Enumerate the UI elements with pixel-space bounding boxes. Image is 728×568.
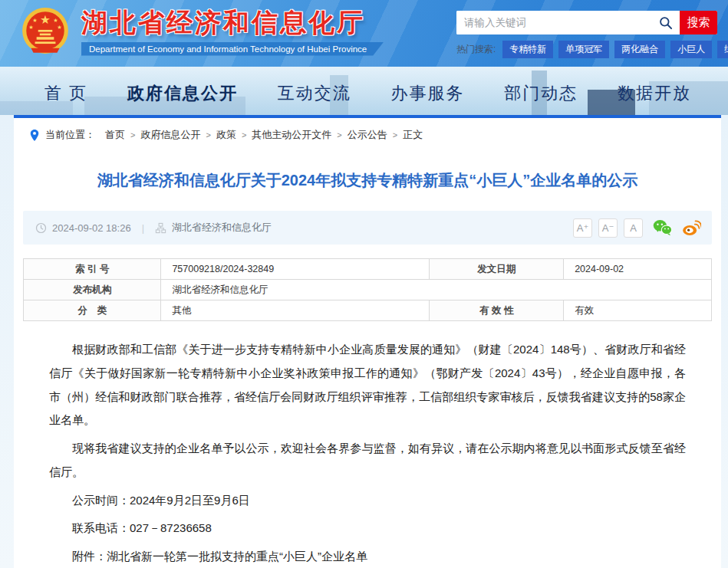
font-size-increase-button[interactable]: A⁺ <box>573 218 592 238</box>
page-background: 当前位置： 首页 > 政府信息公开 > 政策 > 其他主动公开文件 > 公示公告… <box>0 115 728 568</box>
article-meta-bar: 2024-09-02 18:26 | 湖北省经济和信息化厅 A⁺ A⁻ A <box>23 211 712 245</box>
meta-divider: | <box>142 222 144 234</box>
info-label-category: 分 类 <box>24 300 161 321</box>
table-row: 索 引 号 757009218/2024-32849 发文日期 2024-09-… <box>24 259 712 280</box>
search-button[interactable]: 搜索 <box>680 11 717 34</box>
site-title: 湖北省经济和信息化厅 <box>81 6 384 39</box>
breadcrumb-separator: > <box>393 130 397 140</box>
hot-search-label: 热门搜索: <box>456 43 496 56</box>
paragraph: 联系电话：027－87236658 <box>49 517 686 540</box>
info-label-issue-date: 发文日期 <box>430 259 564 280</box>
paragraph: 公示时间：2024年9月2日至9月6日 <box>49 489 686 513</box>
breadcrumb-policy[interactable]: 政策 <box>216 128 236 142</box>
nav-item-gov-info[interactable]: 政府信息公开 <box>127 82 238 105</box>
info-label-validity: 有 效 性 <box>430 300 564 321</box>
document-info-table: 索 引 号 757009218/2024-32849 发文日期 2024-09-… <box>23 258 712 321</box>
breadcrumb-announcements[interactable]: 公示公告 <box>348 128 387 142</box>
nav-item-interaction[interactable]: 互动交流 <box>278 82 351 105</box>
svg-text:★: ★ <box>28 24 33 31</box>
content-card: 当前位置： 首页 > 政府信息公开 > 政策 > 其他主动公开文件 > 公示公告… <box>14 115 721 568</box>
paragraph: 附件：湖北省新一轮第一批拟支持的重点“小巨人”企业名单 <box>49 545 686 568</box>
breadcrumb-separator: > <box>337 130 341 140</box>
table-row: 分 类 其他 有 效 性 有效 <box>24 300 712 321</box>
breadcrumb-label: 当前位置： <box>45 128 95 142</box>
breadcrumb-separator: > <box>242 130 246 140</box>
breadcrumb-separator: > <box>206 130 210 140</box>
location-pin-icon <box>29 129 40 142</box>
site-subtitle: Department of Economy and Information Te… <box>81 42 384 56</box>
breadcrumb-current: 正文 <box>403 128 423 142</box>
source-org-icon <box>155 222 166 234</box>
nav-item-open-data[interactable]: 数据开放 <box>618 82 691 105</box>
hot-tag-zhuanjingtexin[interactable]: 专精特新 <box>502 41 553 58</box>
svg-text:★: ★ <box>32 17 37 24</box>
table-row: 发布机构 湖北省经济和信息化厅 <box>24 280 712 300</box>
wechat-share-icon[interactable] <box>653 219 672 236</box>
site-logo[interactable]: ★ ★ ★ ★ ★ 湖北省经济和信息化厅 Department of Econo… <box>20 6 384 57</box>
clock-icon <box>35 222 47 234</box>
info-value-issuing-agency: 湖北省经济和信息化厅 <box>161 280 712 300</box>
svg-text:★: ★ <box>57 24 61 31</box>
info-value-category: 其他 <box>161 300 430 321</box>
font-size-decrease-button[interactable]: A⁻ <box>598 218 618 238</box>
nav-item-home[interactable]: 首 页 <box>44 82 87 105</box>
article-body: 根据财政部和工信部《关于进一步支持专精特新中小企业高质量发展的通知》（财建〔20… <box>23 321 712 568</box>
site-header: ★ ★ ★ ★ ★ 湖北省经济和信息化厅 Department of Econo… <box>0 0 728 67</box>
weibo-share-icon[interactable] <box>682 219 701 236</box>
nav-item-department-news[interactable]: 部门动态 <box>504 82 578 105</box>
breadcrumb-home[interactable]: 首页 <box>105 128 125 142</box>
breadcrumb-gov-info[interactable]: 政府信息公开 <box>140 128 200 142</box>
paragraph: 现将我省建议支持的企业名单予以公示，欢迎社会各界参与监督，如有异议，请在公示期内… <box>49 437 686 484</box>
publish-datetime: 2024-09-02 18:26 <box>52 222 131 234</box>
main-navigation: 首 页 政府信息公开 互动交流 办事服务 部门动态 数据开放 <box>0 67 728 115</box>
hot-tag-danxiangguanjun[interactable]: 单项冠军 <box>558 41 609 58</box>
source-name: 湖北省经济和信息化厅 <box>172 221 272 235</box>
svg-text:★: ★ <box>53 17 58 24</box>
info-value-issue-date: 2024-09-02 <box>564 259 712 280</box>
hot-tag-lvsegongchang[interactable]: 绿色工厂 <box>717 41 728 58</box>
breadcrumb: 当前位置： 首页 > 政府信息公开 > 政策 > 其他主动公开文件 > 公示公告… <box>23 118 712 142</box>
hot-tag-xiaojuren[interactable]: 小巨人 <box>670 41 712 58</box>
info-label-index-number: 索 引 号 <box>24 259 161 280</box>
font-size-reset-button[interactable]: A <box>624 218 643 238</box>
svg-text:★: ★ <box>40 13 51 26</box>
breadcrumb-other-open-docs[interactable]: 其他主动公开文件 <box>252 128 331 142</box>
info-label-issuing-agency: 发布机构 <box>24 280 161 300</box>
search-area: 搜索 热门搜索: 专精特新 单项冠军 两化融合 小巨人 绿色工厂 <box>456 11 717 58</box>
search-input[interactable] <box>456 11 652 34</box>
hot-tag-lianghuaronghe[interactable]: 两化融合 <box>614 41 665 58</box>
page-title: 湖北省经济和信息化厅关于2024年拟支持专精特新重点“小巨人”企业名单的公示 <box>58 169 677 192</box>
info-value-validity: 有效 <box>564 300 712 321</box>
paragraph: 根据财政部和工信部《关于进一步支持专精特新中小企业高质量发展的通知》（财建〔20… <box>49 338 686 432</box>
national-emblem-icon: ★ ★ ★ ★ ★ <box>20 6 71 57</box>
nav-item-services[interactable]: 办事服务 <box>390 82 464 105</box>
info-value-index-number: 757009218/2024-32849 <box>161 259 430 280</box>
breadcrumb-separator: > <box>130 130 135 140</box>
search-icon[interactable] <box>652 11 680 34</box>
